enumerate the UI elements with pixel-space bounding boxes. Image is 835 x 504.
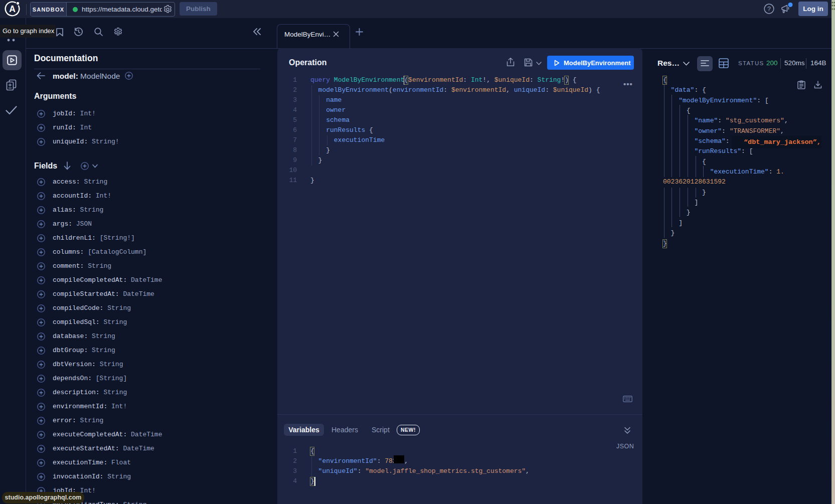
svg-text:A: A xyxy=(9,4,16,14)
